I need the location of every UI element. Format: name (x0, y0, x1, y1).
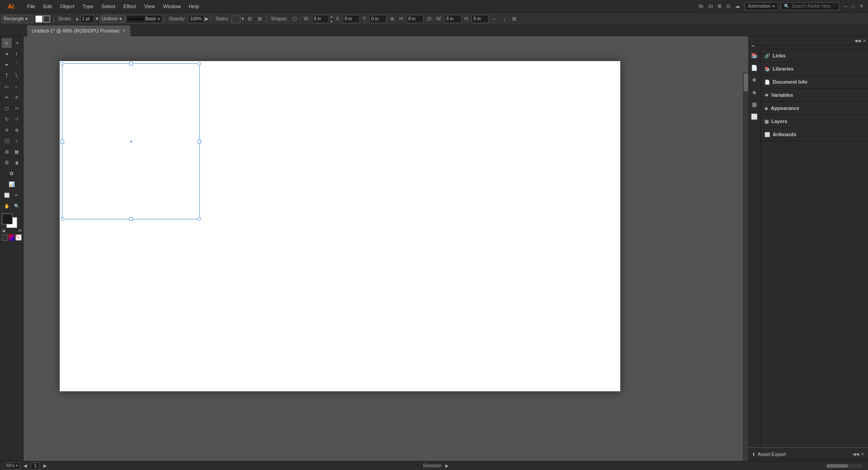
minimize-button[interactable]: ─ (842, 4, 849, 9)
asset-export-close-icon[interactable]: ✕ (861, 452, 864, 456)
document-tab-close[interactable]: ✕ (122, 28, 126, 33)
handle-bottom-right[interactable] (198, 217, 201, 221)
pixelperfect-icon[interactable]: ◎ (724, 3, 732, 9)
shape-options-icon[interactable]: ⬡ (290, 14, 299, 24)
none-mode-btn[interactable] (15, 234, 21, 241)
direct-selection-tool[interactable]: ↗ (12, 38, 22, 48)
graph-tool[interactable]: 📊 (2, 179, 22, 189)
shape-builder-tool[interactable]: ⊕ (12, 125, 22, 135)
styles-arrow[interactable]: ▾ (241, 16, 244, 22)
stroke-weight-arrow-down[interactable]: ▼ (95, 16, 99, 21)
ellipse-tool[interactable]: ○ (12, 81, 22, 91)
eraser-tool[interactable]: ◻ (2, 103, 12, 113)
live-paint-tool[interactable]: ⬛ (2, 136, 12, 146)
asset-export-collapse-icon[interactable]: ◀◀ (853, 452, 859, 456)
rectangle-tool[interactable]: ▭ (2, 81, 12, 91)
distribute-icon[interactable]: ⊞ (255, 14, 264, 24)
lasso-tool[interactable]: ⌇ (12, 49, 22, 59)
gradient-tool[interactable]: ▦ (12, 147, 22, 157)
perspective-grid-tool[interactable]: ⟐ (12, 136, 22, 146)
zoom-control[interactable]: 68% ▾ (4, 462, 20, 470)
x-input[interactable] (343, 15, 360, 23)
handle-top-left[interactable] (61, 62, 64, 66)
flip-v-icon[interactable]: ↕ (500, 14, 509, 24)
handle-bottom-left[interactable] (61, 217, 64, 221)
page-next-btn[interactable]: ▶ (43, 463, 47, 468)
close-button[interactable]: ✕ (858, 3, 865, 9)
canvas-area[interactable] (24, 36, 868, 470)
mesh-tool[interactable]: ⊞ (2, 147, 12, 157)
constrain-icon[interactable]: ▲ ▼ (330, 15, 333, 23)
panel-icon-layers[interactable]: ▦ (749, 99, 760, 110)
transform-icon[interactable]: ⊕ (387, 14, 396, 24)
opacity-more-icon[interactable]: ▶ (205, 16, 208, 22)
page-prev-btn[interactable]: ◀ (24, 463, 27, 468)
eyedropper-tool[interactable]: ⦿ (2, 157, 12, 167)
pen-tool[interactable]: ✒ (2, 60, 12, 70)
gradient-mode-btn[interactable] (9, 234, 14, 241)
asset-export-header[interactable]: ⬆ Asset Export ◀◀ ✕ (748, 450, 868, 459)
panel-icon-appearance[interactable]: ◈ (749, 87, 760, 98)
pencil-tool[interactable]: ✐ (12, 92, 22, 102)
cc-icon[interactable]: ☁ (733, 3, 742, 9)
artboards-header[interactable]: ⬜ Artboards (764, 131, 864, 138)
page-number-input[interactable] (31, 462, 40, 470)
swap-colors-icon[interactable]: ⇌ (19, 228, 22, 233)
links-header[interactable]: 🔗 Links (764, 52, 864, 59)
handle-mid-right[interactable] (198, 140, 201, 143)
stroke-weight-arrow-up[interactable]: ▲ (75, 16, 80, 21)
shape-selector[interactable]: Rectangle ▾ (2, 15, 33, 23)
search-input[interactable] (791, 3, 836, 9)
menu-help[interactable]: Help (185, 3, 203, 10)
final-w-input[interactable] (444, 15, 462, 23)
libraries-header[interactable]: 📚 Libraries (764, 65, 864, 72)
opacity-input[interactable] (188, 15, 204, 23)
bridge-icon[interactable]: Br (697, 4, 706, 9)
slice-tool[interactable]: ✁ (12, 190, 22, 200)
type-tool[interactable]: T (2, 71, 12, 81)
grid-icon[interactable]: ⊞ (716, 3, 723, 9)
zoom-tool[interactable]: 🔍 (12, 201, 22, 211)
styles-swatch[interactable] (231, 15, 241, 23)
h-input[interactable] (406, 15, 424, 23)
panel-expand-icon[interactable]: ✕ (863, 38, 866, 43)
selection-tool[interactable]: ↖ (2, 38, 12, 48)
menu-type[interactable]: Type (79, 3, 97, 10)
handle-top-mid[interactable] (129, 62, 133, 66)
panel-icon-docinfo[interactable]: 📄 (749, 62, 760, 73)
curvature-tool[interactable]: ⌒ (12, 60, 22, 70)
magic-wand-tool[interactable]: ✦ (2, 49, 12, 59)
scissors-tool[interactable]: ✂ (12, 103, 22, 113)
y-input[interactable] (369, 15, 387, 23)
hand-tool[interactable]: ✋ (2, 201, 12, 211)
align-icon[interactable]: ⊟ (245, 14, 254, 24)
rotate-tool[interactable]: ↻ (2, 114, 12, 124)
fill-swatch[interactable] (2, 214, 13, 224)
line-tool[interactable]: ╲ (12, 71, 22, 81)
symbol-sprayer-tool[interactable]: ✿ (2, 168, 22, 178)
width-input[interactable] (312, 15, 329, 23)
menu-window[interactable]: Window (160, 3, 184, 10)
status-more-icon[interactable]: ▶ (445, 463, 449, 468)
panel-collapse-icon[interactable]: ◀◀ (854, 38, 861, 43)
menu-effect[interactable]: Effect (120, 3, 140, 10)
variables-header[interactable]: ❖ Variables (764, 91, 864, 99)
stock-icon[interactable]: St (707, 4, 715, 9)
fill-color-swatch[interactable] (35, 15, 42, 23)
panel-icon-variables[interactable]: ❖ (749, 75, 760, 85)
handle-mid-left[interactable] (61, 140, 64, 143)
canvas-scrollbar-thumb-v[interactable] (744, 73, 748, 91)
stroke-preview[interactable]: Basic ▾ (126, 15, 162, 23)
artboard-tool[interactable]: ⬜ (2, 190, 12, 200)
layers-header[interactable]: ▦ Layers (764, 118, 864, 125)
stroke-type-dropdown[interactable]: Uniform ▾ (100, 15, 125, 23)
menu-object[interactable]: Object (57, 3, 78, 10)
stroke-color-swatch[interactable] (43, 15, 50, 23)
expand-icon[interactable]: ⊞ (509, 14, 519, 24)
panel-icon-artboards[interactable]: ⬜ (749, 111, 760, 122)
appearance-header[interactable]: ◈ Appearance (764, 104, 864, 112)
menu-select[interactable]: Select (98, 3, 119, 10)
document-tab[interactable]: Untitled-1* @ 68% (RGB/GPU Preview) ✕ (27, 25, 131, 36)
final-h-input[interactable] (472, 15, 489, 23)
color-mode-btn[interactable] (2, 234, 8, 241)
